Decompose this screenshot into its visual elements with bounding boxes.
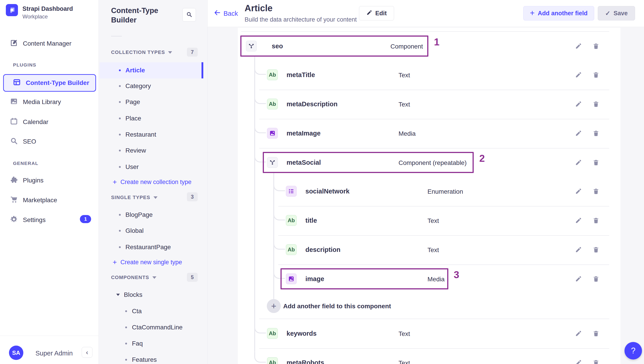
subnav-item-category[interactable]: Category [100,78,203,94]
bullet-icon [119,134,121,135]
sidebar-item-content-type-builder[interactable]: Content-Type Builder [3,74,96,92]
sidebar-item-label: SEO [23,138,36,145]
edit-field-button[interactable] [574,187,583,196]
subnav-item-label: Article [126,67,145,74]
bullet-icon [119,117,121,119]
sidebar-item-marketplace[interactable]: Marketplace [10,195,57,206]
subnav-item-global[interactable]: Global [100,223,203,239]
edit-field-button[interactable] [574,216,583,225]
group-label: COLLECTION TYPES [111,49,165,55]
plus-icon: + [113,178,117,186]
field-name: seo [272,43,283,50]
delete-field-button[interactable] [592,274,600,283]
subnav-item-user[interactable]: User [100,159,203,175]
add-another-field-button[interactable]: + Add another field [523,6,594,21]
sidebar-item-content-manager[interactable]: Content Manager [10,38,71,49]
field-type: Media [428,276,444,283]
row-divider [278,206,609,207]
sidebar-item-label: Settings [23,216,46,224]
create-collection-type-link[interactable]: + Create new collection type [113,177,192,187]
back-label: Back [224,10,238,17]
back-button[interactable]: Back [214,10,238,18]
sidebar-item-settings[interactable]: Settings [10,215,46,225]
text-field-icon: Ab [286,244,297,255]
subnav-item-features[interactable]: Features [100,352,203,364]
plugins-section-label: PLUGINS [13,62,36,68]
delete-field-button[interactable] [592,216,600,225]
save-button[interactable]: ✓ Save [598,6,635,21]
subnav-item-blogpage[interactable]: BlogPage [100,207,203,223]
edit-field-button[interactable] [574,42,583,51]
collection-types-count: 7 [187,48,198,57]
bullet-icon [119,85,121,87]
delete-field-button[interactable] [592,100,600,109]
components-header[interactable]: COMPONENTS [111,275,156,280]
subnav-item-label: Cta [132,308,142,315]
delete-field-button[interactable] [592,187,600,196]
sidebar-item-calendar[interactable]: Calendar [10,117,48,127]
field-name: title [306,217,317,224]
brand-subtitle: Workplace [22,14,48,20]
edit-field-button[interactable] [574,100,583,109]
edit-field-button[interactable] [574,245,583,254]
ab-glyph: Ab [288,217,295,224]
delete-field-button[interactable] [592,70,600,79]
edit-field-button[interactable] [574,274,583,283]
bullet-icon [125,343,127,344]
delete-field-button[interactable] [592,358,600,364]
search-button[interactable] [182,8,196,22]
page-title: Article [244,3,273,13]
subnav-item-place[interactable]: Place [100,110,203,126]
help-button[interactable]: ? [624,342,642,359]
subnav-item-restaurant[interactable]: Restaurant [100,126,203,143]
edit-field-button[interactable] [574,329,583,338]
edit-field-button[interactable] [574,129,583,138]
subnav-item-cta[interactable]: Cta [100,303,203,319]
arrow-left-icon [214,10,221,18]
delete-field-button[interactable] [592,129,600,138]
delete-field-button[interactable] [592,158,600,167]
subnav-item-faq[interactable]: Faq [100,335,203,352]
subnav-item-ctacommandline[interactable]: CtaCommandLine [100,319,203,335]
field-name: metaRobots [286,359,324,364]
sidebar-item-label: Plugins [23,177,44,184]
single-types-header[interactable]: SINGLE TYPES [111,195,158,201]
edit-button[interactable]: Edit [359,6,394,21]
sidebar-item-plugins[interactable]: Plugins [10,175,44,186]
edit-field-button[interactable] [574,70,583,79]
field-type: Component [390,43,423,50]
delete-field-button[interactable] [592,329,600,338]
field-row-metaimage: metaImage Media [238,123,620,144]
annotation-number-3: 3 [454,269,459,280]
field-name: keywords [286,330,316,337]
delete-field-button[interactable] [592,245,600,254]
subnav-item-review[interactable]: Review [100,142,203,159]
sidebar-item-seo[interactable]: SEO [10,136,36,147]
add-field-to-component-button[interactable]: + [267,299,281,313]
subnav-item-restaurantpage[interactable]: RestaurantPage [100,239,203,255]
pencil-icon [366,10,372,17]
create-single-type-link[interactable]: + Create new single type [113,257,182,267]
ctb-subnav: Content-Type Builder COLLECTION TYPES 7 … [99,0,208,364]
component-field-icon [246,41,257,52]
add-field-to-component-label[interactable]: Add another field to this component [283,303,391,310]
delete-field-button[interactable] [592,42,600,51]
collection-types-header[interactable]: COLLECTION TYPES [111,49,172,55]
bullet-icon [119,101,121,103]
text-field-icon: Ab [267,357,278,364]
edit-field-button[interactable] [574,358,583,364]
sidebar-item-media-library[interactable]: Media Library [10,97,61,107]
ab-glyph: Ab [269,359,276,364]
edit-label: Edit [376,10,387,17]
component-category-blocks[interactable]: Blocks [116,287,142,303]
avatar[interactable]: SA [9,345,23,360]
field-name: metaDescription [286,100,338,108]
subnav-item-page[interactable]: Page [100,94,203,110]
edit-field-button[interactable] [574,158,583,167]
strapi-logo[interactable] [6,4,18,16]
field-row-image: image Media [238,269,620,289]
row-divider [259,119,609,119]
subnav-item-article[interactable]: Article [100,62,203,78]
collapse-sidebar-button[interactable]: ‹ [82,347,92,358]
subnav-item-label: Review [126,147,146,154]
